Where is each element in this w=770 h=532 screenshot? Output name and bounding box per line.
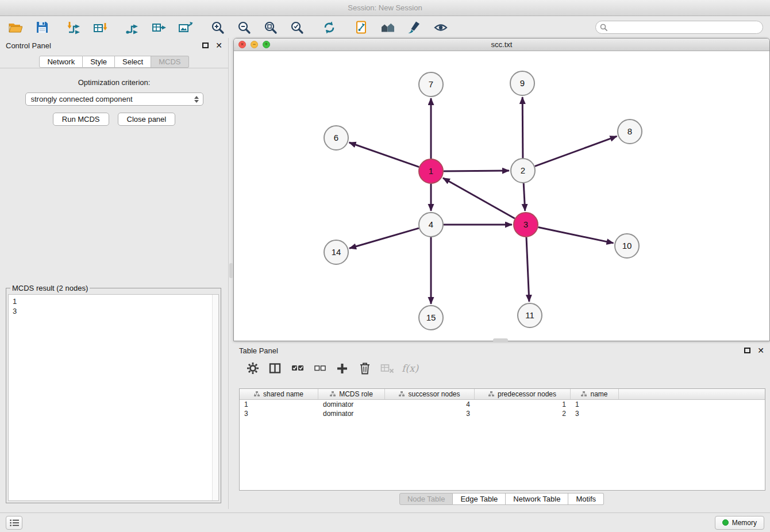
close-panel-button[interactable]: Close panel: [118, 113, 176, 126]
cell-shared-name[interactable]: 3: [240, 410, 318, 418]
cell-successor-nodes[interactable]: 4: [385, 400, 475, 408]
column-header-MCDS-role[interactable]: MCDS role: [318, 389, 385, 399]
cell-MCDS-role[interactable]: dominator: [318, 410, 385, 418]
network-canvas[interactable]: 7968124314101511: [234, 51, 769, 341]
zoom-out-button[interactable]: [236, 20, 253, 36]
graph-node-15[interactable]: 15: [419, 306, 443, 330]
graph-node-9[interactable]: 9: [510, 71, 534, 95]
tab-style[interactable]: Style: [83, 56, 115, 68]
optimization-dropdown[interactable]: strongly connected component: [25, 92, 203, 106]
tab-motifs[interactable]: Motifs: [568, 493, 604, 505]
svg-text:9: 9: [520, 78, 525, 88]
graph-edge-2-9[interactable]: [522, 97, 523, 158]
tab-mcds[interactable]: MCDS: [151, 56, 188, 68]
clone-network-button[interactable]: [353, 20, 370, 36]
tab-select[interactable]: Select: [115, 56, 151, 68]
export-image-button[interactable]: [177, 20, 194, 36]
mcds-result-title: MCDS result (2 nodes): [10, 284, 90, 292]
close-panel-icon[interactable]: ✕: [215, 41, 222, 49]
close-table-panel-icon[interactable]: ✕: [757, 346, 764, 354]
zoom-fit-button[interactable]: [262, 20, 279, 36]
show-hide-button[interactable]: [432, 20, 449, 36]
tab-network[interactable]: Network: [39, 56, 83, 68]
zoom-selected-button[interactable]: [288, 20, 306, 36]
graph-edge-2-8[interactable]: [535, 136, 617, 166]
import-table-button[interactable]: [92, 20, 109, 36]
graph-edge-3-10[interactable]: [538, 228, 614, 244]
graph-node-6[interactable]: 6: [324, 126, 348, 150]
cell-shared-name[interactable]: 1: [240, 400, 318, 408]
svg-text:11: 11: [525, 310, 534, 320]
memory-button[interactable]: Memory: [715, 516, 764, 530]
tab-edge-table[interactable]: Edge Table: [453, 493, 506, 505]
delete-row-button[interactable]: [357, 361, 372, 376]
graph-node-11[interactable]: 11: [518, 303, 542, 327]
column-header-shared-name[interactable]: shared name: [240, 389, 318, 399]
window-close-icon[interactable]: ×: [238, 41, 246, 48]
graph-node-10[interactable]: 10: [615, 234, 639, 258]
network-window-titlebar[interactable]: × − + scc.txt: [234, 38, 769, 51]
export-network-icon: [126, 21, 140, 34]
panel-splitter-handle[interactable]: [229, 263, 233, 278]
delete-table-button[interactable]: [379, 361, 395, 376]
export-image-icon: [178, 21, 193, 34]
open-session-button[interactable]: [7, 20, 24, 36]
refresh-button[interactable]: [321, 20, 338, 36]
cell-name[interactable]: 3: [571, 410, 619, 418]
canvas-splitter-handle[interactable]: [493, 338, 508, 342]
column-header-name[interactable]: name: [571, 389, 619, 399]
zoom-in-button[interactable]: [209, 20, 226, 36]
graph-node-4[interactable]: 4: [419, 213, 443, 237]
result-scrollbar[interactable]: [212, 295, 218, 500]
graph-node-8[interactable]: 8: [618, 119, 642, 144]
result-item[interactable]: 3: [13, 306, 214, 316]
add-row-button[interactable]: [334, 361, 350, 376]
graph-edge-3-11[interactable]: [526, 237, 529, 302]
float-table-panel-icon[interactable]: [744, 348, 750, 353]
zoom-group: [209, 20, 306, 36]
graph-edge-3-1[interactable]: [443, 178, 515, 218]
cell-predecessor-nodes[interactable]: 1: [475, 400, 571, 408]
select-all-button[interactable]: [290, 361, 305, 376]
graph-edge-2-3[interactable]: [523, 183, 525, 211]
task-history-button[interactable]: [6, 516, 22, 530]
tab-node-table[interactable]: Node Table: [399, 493, 453, 505]
cell-MCDS-role[interactable]: dominator: [318, 400, 385, 408]
window-minimize-icon[interactable]: −: [251, 41, 258, 48]
graph-edge-4-14[interactable]: [349, 228, 419, 248]
export-network-button[interactable]: [124, 20, 141, 36]
graph-node-14[interactable]: 14: [324, 240, 348, 264]
graph-node-7[interactable]: 7: [419, 72, 443, 97]
first-neighbors-button[interactable]: [379, 20, 396, 36]
window-zoom-icon[interactable]: +: [263, 41, 270, 48]
save-session-button[interactable]: [33, 20, 51, 36]
svg-text:15: 15: [426, 313, 436, 322]
search-input[interactable]: [595, 21, 763, 34]
graph-edge-1-2[interactable]: [444, 171, 509, 171]
result-item[interactable]: 1: [13, 296, 214, 306]
deselect-all-button[interactable]: [312, 361, 328, 376]
table-row[interactable]: 3dominator323: [240, 409, 765, 418]
table-settings-button[interactable]: [245, 361, 260, 376]
cell-name[interactable]: 1: [571, 400, 619, 408]
refresh-icon: [322, 21, 336, 34]
column-header-successor-nodes[interactable]: successor nodes: [385, 389, 475, 399]
cell-predecessor-nodes[interactable]: 2: [475, 410, 571, 418]
show-columns-button[interactable]: [267, 361, 283, 376]
float-panel-icon[interactable]: [202, 43, 209, 48]
import-network-button[interactable]: [66, 20, 83, 36]
column-header-predecessor-nodes[interactable]: predecessor nodes: [475, 389, 571, 399]
function-builder-button[interactable]: f(x): [402, 361, 418, 376]
graph-edge-1-6[interactable]: [349, 142, 419, 167]
graph-node-2[interactable]: 2: [511, 159, 535, 183]
graph-node-1[interactable]: 1: [419, 159, 443, 183]
export-table-button[interactable]: [151, 20, 168, 36]
graph-node-3[interactable]: 3: [514, 213, 538, 237]
apply-style-button[interactable]: [406, 20, 423, 36]
view-group: [353, 20, 449, 36]
run-mcds-button[interactable]: Run MCDS: [53, 113, 109, 126]
cell-successor-nodes[interactable]: 3: [385, 410, 475, 418]
table-row[interactable]: 1dominator411: [240, 400, 765, 409]
column-tree-icon: [399, 391, 405, 397]
tab-network-table[interactable]: Network Table: [506, 493, 568, 505]
